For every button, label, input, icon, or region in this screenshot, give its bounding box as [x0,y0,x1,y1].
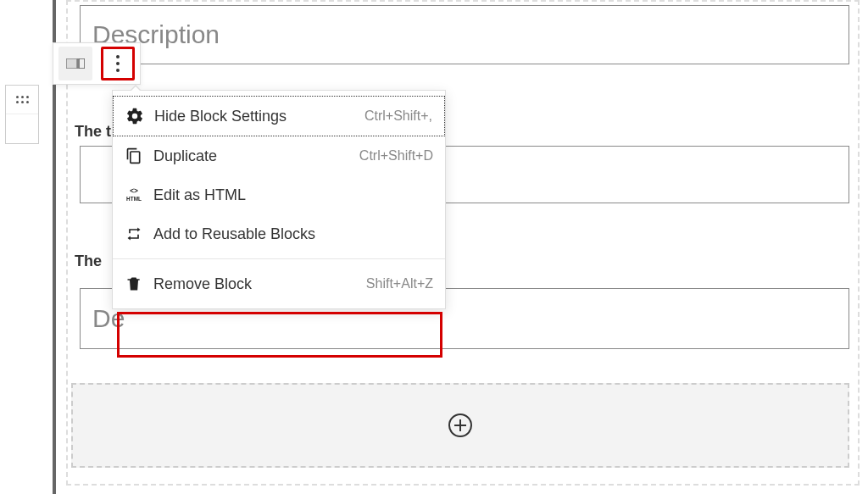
reusable-icon [125,225,143,243]
plus-circle-icon [448,414,472,437]
more-options-button[interactable] [101,47,135,80]
menu-item-edit-html[interactable]: <>HTML Edit as HTML [113,175,445,214]
html-icon: <>HTML [125,186,143,204]
menu-item-add-reusable[interactable]: Add to Reusable Blocks [113,214,445,253]
field-label-2: The [75,253,102,270]
svg-text:<>: <> [130,187,138,195]
side-toolbar [5,85,39,144]
menu-item-hide-settings[interactable]: Hide Block Settings Ctrl+Shift+, [113,96,445,136]
menu-shortcut: Ctrl+Shift+, [364,108,432,124]
svg-text:HTML: HTML [126,196,142,202]
description-input[interactable]: Description [80,5,849,64]
menu-item-remove-block[interactable]: Remove Block Shift+Alt+Z [113,264,445,303]
drag-icon [16,96,29,103]
svg-rect-1 [66,58,77,69]
drag-handle[interactable] [6,86,38,114]
add-block-button[interactable] [71,383,849,468]
menu-label: Add to Reusable Blocks [153,225,433,243]
menu-item-duplicate[interactable]: Duplicate Ctrl+Shift+D [113,136,445,175]
menu-shortcut: Shift+Alt+Z [366,276,433,291]
menu-label: Remove Block [153,275,366,293]
field-label-1: The t [75,123,111,141]
block-layout-icon [66,58,85,69]
menu-label: Hide Block Settings [154,108,364,125]
trash-icon [125,275,143,293]
block-options-menu: Hide Block Settings Ctrl+Shift+, Duplica… [112,90,446,309]
block-type-button[interactable] [58,47,92,80]
more-vertical-icon [116,55,120,72]
menu-label: Edit as HTML [153,186,433,204]
svg-rect-2 [79,58,85,69]
side-toolbar-empty [6,114,38,143]
gear-icon [125,107,144,125]
menu-shortcut: Ctrl+Shift+D [359,148,433,164]
block-toolbar [53,42,141,85]
menu-label: Duplicate [153,147,359,165]
duplicate-icon [125,147,143,165]
